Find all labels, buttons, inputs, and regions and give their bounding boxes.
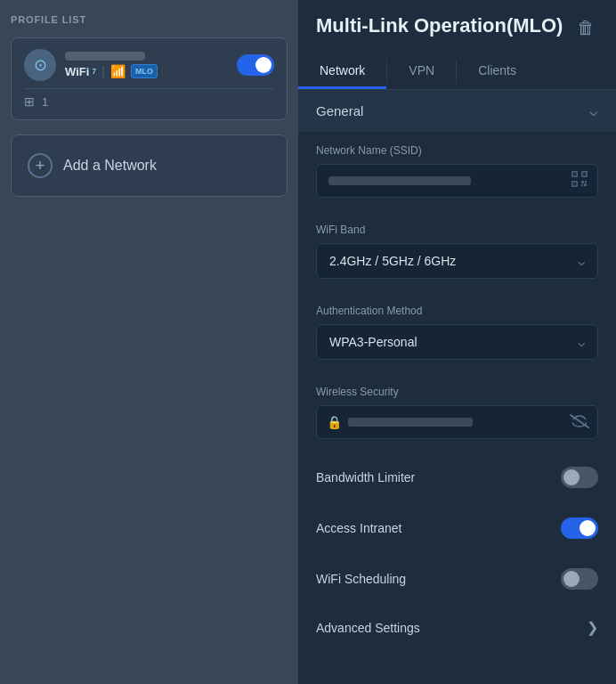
wifi-band-field: WiFi Band 2.4GHz / 5GHz / 6GHz ⌵ [298, 211, 616, 292]
device-icon: ⊞ [24, 94, 35, 109]
advanced-settings-label: Advanced Settings [316, 621, 420, 635]
device-count: 1 [42, 95, 48, 109]
right-header: Multi-Link Operation(MLO) 🗑 [298, 0, 616, 42]
profile-badges: WiFi7 | 📶 MLO [65, 64, 158, 78]
router-icon: ⊙ [24, 49, 56, 81]
auth-method-select-wrapper: WPA3-Personal ⌵ [316, 324, 598, 360]
qr-code-icon[interactable] [570, 169, 589, 193]
bandwidth-limiter-toggle[interactable] [561, 467, 598, 488]
tab-network[interactable]: Network [298, 54, 386, 89]
network-name-input[interactable] [316, 164, 598, 198]
wifi-scheduling-label: WiFi Scheduling [316, 572, 406, 586]
svg-rect-7 [585, 181, 587, 183]
network-name-label: Network Name (SSID) [316, 144, 598, 157]
wifi-band-select[interactable]: 2.4GHz / 5GHz / 6GHz ⌵ [316, 243, 598, 279]
wifi-scheduling-row: WiFi Scheduling [298, 554, 616, 605]
right-panel: Multi-Link Operation(MLO) 🗑 Network VPN … [298, 0, 616, 684]
svg-rect-5 [573, 182, 577, 185]
mlo-badge: MLO [131, 64, 158, 78]
network-name-field: Network Name (SSID) [298, 132, 616, 211]
general-chevron-icon: ⌵ [589, 102, 598, 119]
wifi-band-chevron: ⌵ [578, 254, 585, 268]
delete-button[interactable]: 🗑 [573, 14, 598, 42]
access-intranet-label: Access Intranet [316, 521, 402, 535]
advanced-settings-row[interactable]: Advanced Settings ❯ [298, 605, 616, 650]
add-network-label: Add a Network [63, 158, 157, 174]
profile-list-label: PROFILE LIST [11, 14, 288, 25]
lock-icon: 🔒 [327, 415, 342, 429]
profile-card[interactable]: ⊙ WiFi7 | 📶 MLO ⊞ 1 [11, 37, 288, 120]
wireless-security-field: Wireless Security 🔒 [298, 373, 616, 452]
mlo-title: Multi-Link Operation(MLO) [316, 14, 563, 37]
bandwidth-limiter-row: Bandwidth Limiter [298, 452, 616, 503]
auth-method-value: WPA3-Personal [329, 335, 417, 349]
wireless-security-input[interactable] [316, 405, 598, 439]
profile-name-area: WiFi7 | 📶 MLO [65, 52, 158, 78]
wifi-scheduling-toggle[interactable] [561, 568, 598, 590]
divider-bar: | [101, 64, 105, 78]
network-name-input-wrapper [316, 164, 598, 198]
left-panel: PROFILE LIST ⊙ WiFi7 | 📶 MLO [0, 0, 298, 684]
general-section-header[interactable]: General ⌵ [298, 90, 616, 132]
advanced-settings-chevron: ❯ [587, 619, 598, 636]
wifi-signal-icon: 📶 [110, 64, 126, 78]
eye-slash-icon[interactable] [570, 412, 589, 433]
svg-rect-8 [581, 184, 583, 186]
access-intranet-row: Access Intranet [298, 503, 616, 554]
add-circle-icon: + [28, 153, 53, 178]
svg-rect-6 [581, 181, 584, 183]
svg-rect-9 [584, 183, 587, 186]
tabs-row: Network VPN Clients [298, 54, 616, 90]
bandwidth-limiter-label: Bandwidth Limiter [316, 470, 415, 484]
tab-clients[interactable]: Clients [457, 54, 538, 89]
profile-toggle[interactable] [237, 54, 274, 76]
wifi-band-value: 2.4GHz / 5GHz / 6GHz [329, 254, 456, 268]
auth-method-field: Authentication Method WPA3-Personal ⌵ [298, 292, 616, 373]
auth-method-label: Authentication Method [316, 305, 598, 317]
wireless-security-label: Wireless Security [316, 386, 598, 398]
profile-name-bar [65, 52, 145, 61]
access-intranet-toggle[interactable] [561, 517, 598, 539]
svg-rect-3 [573, 172, 577, 175]
wireless-security-input-wrapper: 🔒 [316, 405, 598, 439]
wifi-badge: WiFi7 [65, 65, 96, 78]
general-section-title: General [316, 103, 363, 118]
tab-vpn[interactable]: VPN [387, 54, 456, 89]
wifi-band-select-wrapper: 2.4GHz / 5GHz / 6GHz ⌵ [316, 243, 598, 279]
svg-rect-4 [583, 172, 587, 175]
auth-method-select[interactable]: WPA3-Personal ⌵ [316, 324, 598, 360]
auth-method-chevron: ⌵ [578, 335, 585, 349]
content-area: General ⌵ Network Name (SSID) [298, 90, 616, 684]
add-network-button[interactable]: + Add a Network [11, 134, 288, 197]
wifi-band-label: WiFi Band [316, 224, 598, 236]
